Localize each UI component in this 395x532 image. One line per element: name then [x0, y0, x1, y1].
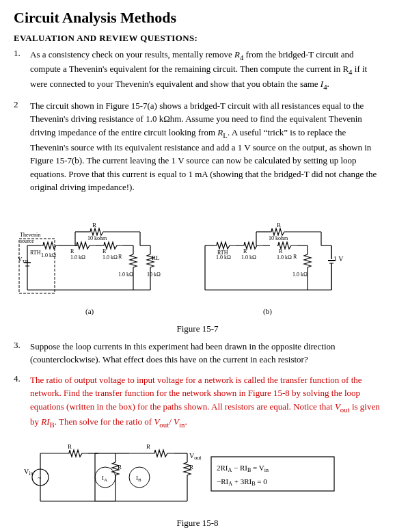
svg-text:R: R: [68, 443, 72, 450]
svg-text:IA: IA: [102, 475, 107, 483]
q4-num: 4.: [14, 373, 30, 430]
svg-text:1.0 kΩ: 1.0 kΩ: [216, 254, 231, 261]
svg-text:1.0 kΩ: 1.0 kΩ: [70, 254, 85, 261]
figure-15-7-svg: Thevenin source VTH RTH 1.0 kΩ R 10 kohm…: [14, 201, 383, 321]
questions-list-2: 3. Suppose the loop currents in this exp…: [14, 340, 381, 430]
q4-text: The ratio of output voltage to input vol…: [30, 373, 381, 430]
q1-num: 1.: [14, 48, 30, 92]
svg-text:(b): (b): [263, 307, 272, 316]
svg-text:Thevenin: Thevenin: [20, 232, 40, 238]
svg-text:R: R: [146, 443, 150, 450]
svg-text:~: ~: [38, 474, 42, 481]
question-4: 4. The ratio of output voltage to input …: [14, 373, 381, 430]
svg-text:1.0 kΩ: 1.0 kΩ: [118, 271, 133, 278]
svg-text:R: R: [92, 222, 96, 228]
svg-text:(a): (a): [85, 307, 94, 316]
q2-text: The circuit shown in Figure 15-7(a) show…: [30, 99, 381, 194]
svg-text:1.0 kΩ: 1.0 kΩ: [103, 254, 118, 261]
figure-15-8-container: Vin ~ R IA R IB R: [14, 436, 381, 529]
section-title: EVALUATION AND REVIEW QUESTIONS:: [14, 33, 381, 44]
svg-text:R: R: [293, 254, 297, 260]
page-title: Circuit Analysis Methods: [14, 8, 381, 27]
svg-text:2RIA − RIB = Vin: 2RIA − RIB = Vin: [217, 464, 269, 473]
svg-text:source: source: [20, 238, 34, 244]
q3-text: Suppose the loop currents in this experi…: [30, 340, 381, 367]
figure-15-8-label: Figure 15-8: [14, 518, 381, 529]
svg-text:R: R: [70, 248, 74, 254]
svg-text:IB: IB: [136, 475, 141, 483]
svg-text:1.0 kΩ: 1.0 kΩ: [241, 254, 256, 261]
svg-text:1.0 kΩ: 1.0 kΩ: [292, 271, 308, 278]
question-2: 2 The circuit shown in Figure 15-7(a) sh…: [14, 99, 381, 194]
q1-text: As a consistency check on your results, …: [30, 48, 381, 92]
svg-text:10 kΩ: 10 kΩ: [147, 271, 161, 278]
svg-text:R: R: [118, 254, 122, 260]
question-1: 1. As a consistency check on your result…: [14, 48, 381, 92]
svg-text:Vin: Vin: [24, 468, 33, 477]
svg-text:10 kohm: 10 kohm: [269, 235, 288, 241]
figure-15-8-svg: Vin ~ R IA R IB R: [20, 436, 375, 515]
figure-15-7-container: Thevenin source VTH RTH 1.0 kΩ R 10 kohm…: [14, 201, 381, 334]
figure-15-7-label: Figure 15-7: [14, 323, 381, 334]
q2-num: 2: [14, 99, 30, 194]
svg-text:RTH: RTH: [30, 250, 41, 256]
svg-text:1.0 kΩ: 1.0 kΩ: [41, 252, 56, 258]
questions-list: 1. As a consistency check on your result…: [14, 48, 381, 194]
svg-text:−RIA + 3RIB = 0: −RIA + 3RIB = 0: [217, 477, 267, 487]
svg-text:R: R: [103, 248, 107, 254]
question-3: 3. Suppose the loop currents in this exp…: [14, 340, 381, 367]
svg-text:1 V: 1 V: [333, 255, 344, 263]
q3-num: 3.: [14, 340, 30, 367]
svg-text:Vout: Vout: [189, 452, 202, 461]
svg-text:1.0 kΩ: 1.0 kΩ: [277, 254, 292, 261]
svg-text:10 kohm: 10 kohm: [87, 235, 107, 241]
